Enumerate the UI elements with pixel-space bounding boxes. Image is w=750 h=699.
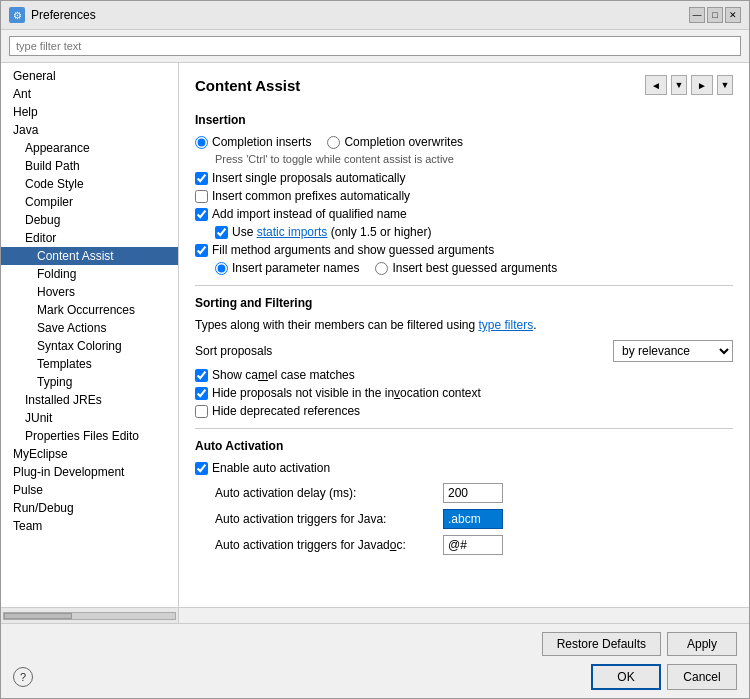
sidebar-item-save-actions[interactable]: Save Actions — [1, 319, 178, 337]
insert-single-row: Insert single proposals automatically — [195, 171, 733, 185]
sidebar-item-code-style[interactable]: Code Style — [1, 175, 178, 193]
forward-dropdown[interactable]: ▼ — [717, 75, 733, 95]
completion-hint: Press 'Ctrl' to toggle while content ass… — [215, 153, 733, 165]
sidebar-item-run-debug[interactable]: Run/Debug — [1, 499, 178, 517]
sidebar-item-typing[interactable]: Typing — [1, 373, 178, 391]
insert-common-checkbox[interactable] — [195, 190, 208, 203]
preferences-window: ⚙ Preferences — □ ✕ General Ant Help Jav… — [0, 0, 750, 699]
ok-button[interactable]: OK — [591, 664, 661, 690]
sort-proposals-dropdown[interactable]: by relevance alphabetically — [613, 340, 733, 362]
sidebar-hscroll[interactable] — [1, 608, 179, 624]
sidebar-item-syntax-coloring[interactable]: Syntax Coloring — [1, 337, 178, 355]
sidebar: General Ant Help Java Appearance Build P… — [1, 63, 179, 607]
insert-common-row: Insert common prefixes automatically — [195, 189, 733, 203]
sidebar-item-mark-occurrences[interactable]: Mark Occurrences — [1, 301, 178, 319]
insert-param-names-option[interactable]: Insert parameter names — [215, 261, 359, 275]
insertion-section-label: Insertion — [195, 113, 733, 127]
bottom-bar: Restore Defaults Apply ? OK Cancel — [1, 623, 749, 698]
window-body: General Ant Help Java Appearance Build P… — [1, 30, 749, 698]
sidebar-item-folding[interactable]: Folding — [1, 265, 178, 283]
enable-auto-checkbox[interactable] — [195, 462, 208, 475]
sidebar-item-java[interactable]: Java — [1, 121, 178, 139]
delay-label: Auto activation delay (ms): — [215, 486, 435, 500]
triggers-javadoc-label: Auto activation triggers for Javadoc: — [215, 538, 435, 552]
insert-single-checkbox[interactable] — [195, 172, 208, 185]
sidebar-item-junit[interactable]: JUnit — [1, 409, 178, 427]
sidebar-item-properties-files-editor[interactable]: Properties Files Edito — [1, 427, 178, 445]
help-button[interactable]: ? — [13, 667, 33, 687]
window-title: Preferences — [31, 8, 96, 22]
content-header: Content Assist ◄ ▼ ► ▼ — [195, 75, 733, 101]
restore-defaults-button[interactable]: Restore Defaults — [542, 632, 661, 656]
completion-mode-group: Completion inserts Completion overwrites — [195, 135, 733, 149]
sidebar-item-content-assist[interactable]: Content Assist — [1, 247, 178, 265]
static-imports-checkbox[interactable] — [215, 226, 228, 239]
minimize-button[interactable]: — — [689, 7, 705, 23]
type-filters-link[interactable]: type filters — [478, 318, 533, 332]
static-imports-row: Use static imports (only 1.5 or higher) — [195, 225, 733, 239]
sort-proposals-row: Sort proposals by relevance alphabetical… — [195, 340, 733, 362]
back-dropdown[interactable]: ▼ — [671, 75, 687, 95]
sidebar-item-plug-in-development[interactable]: Plug-in Development — [1, 463, 178, 481]
triggers-javadoc-input[interactable] — [443, 535, 503, 555]
close-button[interactable]: ✕ — [725, 7, 741, 23]
sidebar-item-editor[interactable]: Editor — [1, 229, 178, 247]
forward-button[interactable]: ► — [691, 75, 713, 95]
sidebar-item-hovers[interactable]: Hovers — [1, 283, 178, 301]
sidebar-item-installed-jres[interactable]: Installed JREs — [1, 391, 178, 409]
show-camel-row: Show camel case matches — [195, 368, 733, 382]
divider-2 — [195, 428, 733, 429]
sidebar-item-compiler[interactable]: Compiler — [1, 193, 178, 211]
maximize-button[interactable]: □ — [707, 7, 723, 23]
auto-activation-section-label: Auto Activation — [195, 439, 733, 453]
param-guess-group: Insert parameter names Insert best guess… — [195, 261, 733, 275]
show-camel-checkbox[interactable] — [195, 369, 208, 382]
window-controls: — □ ✕ — [689, 7, 741, 23]
add-import-row: Add import instead of qualified name — [195, 207, 733, 221]
sidebar-item-myeclipse[interactable]: MyEclipse — [1, 445, 178, 463]
hide-deprecated-row: Hide deprecated references — [195, 404, 733, 418]
filter-input[interactable] — [9, 36, 741, 56]
sidebar-item-team[interactable]: Team — [1, 517, 178, 535]
hscroll-thumb — [4, 613, 72, 619]
content-panel: Content Assist ◄ ▼ ► ▼ Insertion Complet… — [179, 63, 749, 607]
triggers-javadoc-row: Auto activation triggers for Javadoc: — [195, 535, 733, 555]
add-import-checkbox[interactable] — [195, 208, 208, 221]
static-imports-link[interactable]: static imports — [257, 225, 328, 239]
sort-proposals-label: Sort proposals — [195, 344, 272, 358]
sidebar-item-templates[interactable]: Templates — [1, 355, 178, 373]
fill-method-checkbox[interactable] — [195, 244, 208, 257]
sidebar-item-help[interactable]: Help — [1, 103, 178, 121]
sidebar-item-build-path[interactable]: Build Path — [1, 157, 178, 175]
sidebar-item-debug[interactable]: Debug — [1, 211, 178, 229]
sidebar-item-pulse[interactable]: Pulse — [1, 481, 178, 499]
cancel-button[interactable]: Cancel — [667, 664, 737, 690]
completion-overwrites-option[interactable]: Completion overwrites — [327, 135, 463, 149]
insert-best-guessed-option[interactable]: Insert best guessed arguments — [375, 261, 557, 275]
delay-row: Auto activation delay (ms): — [195, 483, 733, 503]
sorting-section-label: Sorting and Filtering — [195, 296, 733, 310]
hscroll-track[interactable] — [3, 612, 176, 620]
triggers-java-input[interactable] — [443, 509, 503, 529]
fill-method-row: Fill method arguments and show guessed a… — [195, 243, 733, 257]
completion-inserts-option[interactable]: Completion inserts — [195, 135, 311, 149]
delay-input[interactable] — [443, 483, 503, 503]
main-action-buttons: ? OK Cancel — [13, 664, 737, 690]
sidebar-item-ant[interactable]: Ant — [1, 85, 178, 103]
sidebar-scrollbar-area — [1, 607, 749, 623]
triggers-java-row: Auto activation triggers for Java: — [195, 509, 733, 529]
nav-arrows: ◄ ▼ ► ▼ — [645, 75, 733, 95]
back-button[interactable]: ◄ — [645, 75, 667, 95]
triggers-java-label: Auto activation triggers for Java: — [215, 512, 435, 526]
hide-deprecated-checkbox[interactable] — [195, 405, 208, 418]
sidebar-item-general[interactable]: General — [1, 67, 178, 85]
app-icon: ⚙ — [9, 7, 25, 23]
sidebar-item-appearance[interactable]: Appearance — [1, 139, 178, 157]
filter-section — [1, 30, 749, 63]
top-action-buttons: Restore Defaults Apply — [13, 632, 737, 656]
content-title: Content Assist — [195, 77, 300, 94]
sorting-description: Types along with their members can be fi… — [195, 318, 733, 332]
divider-1 — [195, 285, 733, 286]
hide-proposals-checkbox[interactable] — [195, 387, 208, 400]
apply-button[interactable]: Apply — [667, 632, 737, 656]
